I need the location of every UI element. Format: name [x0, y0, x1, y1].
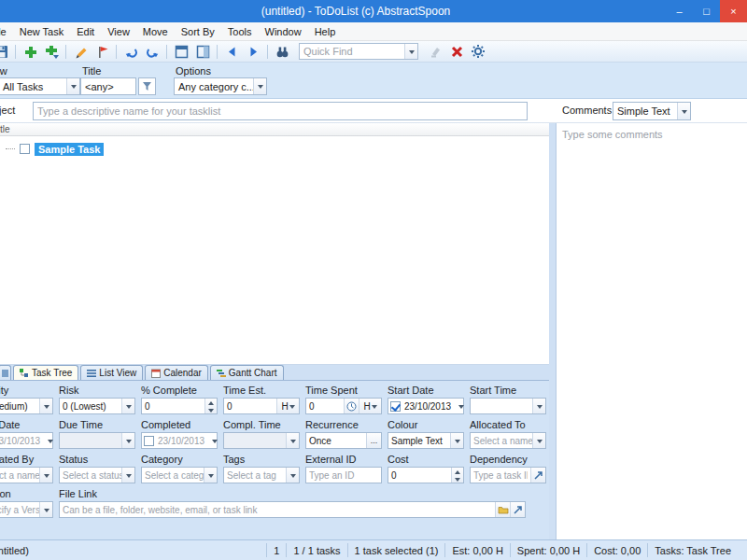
chevron-down-icon[interactable]	[532, 399, 545, 413]
title-column-header[interactable]: Title	[0, 124, 10, 134]
tags-combobox[interactable]: Select a tag	[223, 467, 300, 483]
splitter[interactable]	[549, 123, 556, 539]
priority-combobox[interactable]: 5 (Medium)	[0, 398, 53, 414]
task-checkbox[interactable]	[20, 144, 30, 154]
chevron-down-icon[interactable]	[39, 399, 52, 413]
edit-task-button[interactable]	[70, 42, 91, 61]
start-time-combobox[interactable]	[470, 398, 546, 414]
cost-spinner[interactable]: 0	[388, 467, 464, 483]
start-date-picker[interactable]: 23/10/2013	[388, 398, 464, 414]
chevron-down-icon[interactable]	[253, 78, 266, 94]
task-row[interactable]: Sample Task	[0, 141, 549, 157]
chevron-down-icon[interactable]	[208, 433, 221, 448]
title-filter-options-button[interactable]	[138, 77, 156, 95]
title-filter-input[interactable]	[80, 77, 136, 95]
quick-find-input[interactable]	[300, 44, 404, 59]
menu-item-view[interactable]: View	[101, 22, 136, 40]
set-color-button[interactable]	[92, 42, 112, 61]
tree-column-header[interactable]: Title	[0, 123, 549, 136]
tab-calendar[interactable]: Calendar	[145, 365, 208, 380]
new-subtask-button[interactable]	[41, 42, 62, 61]
recurrence-control[interactable]: Once...	[305, 432, 382, 449]
menu-item-move[interactable]: Move	[136, 22, 175, 40]
chevron-down-icon[interactable]	[204, 468, 217, 483]
allocated-to-combobox[interactable]: Select a name	[470, 432, 546, 449]
chevron-down-icon[interactable]	[677, 103, 690, 119]
chevron-down-icon[interactable]	[404, 44, 417, 59]
menu-item-sort-by[interactable]: Sort By	[175, 22, 221, 40]
menu-item-window[interactable]: Window	[259, 22, 308, 40]
time-estimate-control[interactable]: 0H	[223, 398, 300, 414]
version-combobox[interactable]: Specify a Versi	[0, 501, 53, 518]
tab-gantt-chart[interactable]: Gantt Chart	[210, 365, 284, 380]
file-link-input[interactable]	[60, 502, 495, 517]
completed-date-picker[interactable]: 23/10/2013	[141, 432, 218, 449]
risk-combobox[interactable]: 0 (Lowest)	[59, 398, 135, 414]
maximize-comments-button[interactable]	[192, 42, 213, 61]
percent-complete-spinner[interactable]: 0	[141, 398, 218, 414]
project-name-input[interactable]	[33, 102, 528, 120]
chevron-down-icon[interactable]	[66, 78, 79, 94]
browse-file-button[interactable]	[495, 502, 510, 517]
chevron-down-icon[interactable]	[121, 468, 134, 483]
spinner-buttons[interactable]	[204, 399, 217, 413]
close-button[interactable]: ×	[720, 0, 747, 22]
save-button[interactable]	[0, 42, 11, 61]
chevron-down-icon[interactable]	[286, 468, 299, 483]
due-time-combobox[interactable]	[59, 432, 135, 449]
next-task-button[interactable]	[243, 42, 263, 61]
chevron-down-icon[interactable]	[44, 433, 57, 448]
spin-up-icon[interactable]	[205, 399, 217, 407]
prev-task-button[interactable]	[221, 42, 242, 61]
tab-list-view[interactable]: List View	[80, 365, 143, 380]
menu-item-help[interactable]: Help	[308, 22, 343, 40]
recurrence-browse-button[interactable]: ...	[366, 433, 381, 448]
chevron-down-icon[interactable]	[532, 433, 545, 448]
track-time-button[interactable]	[344, 399, 359, 413]
chevron-down-icon[interactable]	[450, 433, 463, 448]
status-combobox[interactable]: Select a status	[59, 467, 135, 483]
new-task-button[interactable]	[20, 42, 40, 61]
spin-down-icon[interactable]	[205, 407, 217, 415]
external-id-input[interactable]	[306, 468, 381, 483]
preferences-button[interactable]	[468, 42, 488, 61]
maximize-button[interactable]: □	[693, 0, 720, 22]
chevron-down-icon[interactable]	[121, 433, 134, 448]
minimize-button[interactable]: –	[666, 0, 693, 22]
edit-dependency-button[interactable]	[530, 468, 545, 483]
spin-down-icon[interactable]	[452, 476, 463, 484]
tab-stub[interactable]	[0, 365, 11, 380]
dependency-input[interactable]	[471, 468, 530, 483]
open-file-link-button[interactable]	[510, 502, 525, 517]
chevron-down-icon[interactable]	[121, 399, 134, 413]
undo-button[interactable]	[120, 42, 141, 61]
category-combobox[interactable]: Select a categ	[141, 467, 218, 483]
maximize-tasklist-button[interactable]	[171, 42, 191, 61]
time-spent-unit-combobox[interactable]: H	[359, 399, 381, 413]
options-filter-combobox[interactable]: Any category c...	[174, 77, 267, 95]
chevron-down-icon[interactable]	[455, 399, 468, 413]
spin-up-icon[interactable]	[452, 468, 463, 476]
time-estimate-unit-combobox[interactable]: H	[276, 399, 299, 413]
delete-task-button[interactable]	[446, 42, 467, 61]
find-tasks-button[interactable]	[272, 42, 292, 61]
spinner-buttons[interactable]	[451, 468, 463, 483]
completion-time-combobox[interactable]	[223, 432, 300, 449]
task-tree[interactable]: Title Sample Task	[0, 123, 549, 365]
comments-format-combobox[interactable]: Simple Text	[613, 102, 691, 120]
colour-combobox[interactable]: Sample Text	[388, 432, 464, 449]
selected-task-title[interactable]: Sample Task	[35, 143, 104, 156]
chevron-down-icon[interactable]	[39, 502, 52, 517]
chevron-down-icon[interactable]	[286, 433, 299, 448]
highlight-button[interactable]	[425, 42, 445, 61]
menu-item-file[interactable]: File	[0, 22, 13, 40]
tab-task-tree[interactable]: Task Tree	[13, 365, 78, 380]
quick-find-combobox[interactable]	[299, 43, 418, 60]
due-date-picker[interactable]: 23/10/2013	[0, 432, 53, 449]
chevron-down-icon[interactable]	[39, 468, 52, 483]
comments-textarea[interactable]	[557, 123, 747, 539]
view-filter-combobox[interactable]: All Tasks	[0, 77, 80, 95]
redo-button[interactable]	[142, 42, 162, 61]
allocated-by-combobox[interactable]: Select a name	[0, 467, 53, 483]
start-date-checkbox[interactable]	[390, 401, 401, 412]
